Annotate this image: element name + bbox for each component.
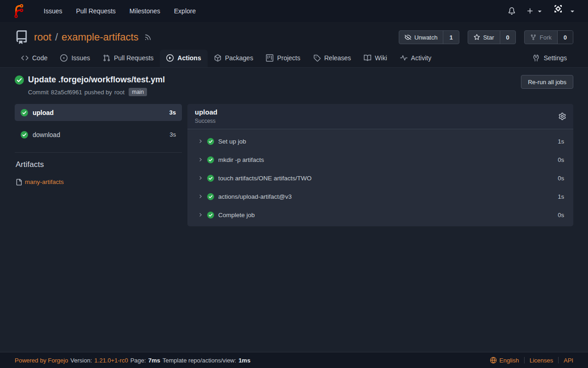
step-duration: 0s [558,212,564,218]
step-name: actions/upload-artifact@v3 [218,193,292,200]
package-icon [214,54,221,62]
star-button[interactable]: Star [468,31,500,44]
job-detail-panel: upload Success Set up job 1s mkdir - [187,104,573,226]
tab-label: Code [32,54,47,62]
repo-icon [15,30,28,44]
chevron-right-icon [198,157,203,162]
step-name: Set up job [218,138,246,145]
pusher-link[interactable]: root [114,89,124,96]
eye-closed-icon [405,34,411,40]
step-row[interactable]: actions/upload-artifact@v3 1s [187,187,573,206]
job-options-button[interactable] [559,113,566,120]
repo-name-link[interactable]: example-artifacts [62,31,139,43]
tab-wiki[interactable]: Wiki [357,50,393,67]
step-row[interactable]: Set up job 1s [187,132,573,150]
success-check-icon [21,109,28,116]
repo-owner-link[interactable]: root [34,31,51,43]
artifacts-heading: Artifacts [16,160,182,169]
job-name: download [33,131,60,138]
repo-actions: Unwatch 1 Star 0 Fork 0 [399,30,573,44]
unwatch-button[interactable]: Unwatch [399,31,443,44]
commit-sha-link[interactable]: 82a5cf6961 [51,89,82,96]
forgejo-logo[interactable] [12,4,37,18]
job-item-upload[interactable]: upload 3s [15,104,182,121]
footer: Powered by Forgejo Version: 1.21.0+1-rc0… [0,352,588,368]
path-separator: / [55,31,58,43]
job-detail-status: Success [195,118,217,124]
tab-settings[interactable]: Settings [526,50,573,67]
chevron-down-icon [569,7,576,15]
licenses-link[interactable]: Licenses [530,357,553,364]
pulse-icon [400,54,407,62]
tab-actions[interactable]: Actions [160,50,207,67]
repo-header: root / example-artifacts Unwatch 1 Star … [0,22,588,68]
artifact-download-link[interactable]: many-artifacts [25,178,64,185]
run-subtitle: Commit 82a5cf6961 pushed by root main [28,88,165,96]
tab-code[interactable]: Code [15,50,54,67]
avatar [554,5,566,17]
version-link[interactable]: 1.21.0+1-rc0 [94,357,128,364]
tab-packages[interactable]: Packages [208,50,260,67]
nav-issues[interactable]: Issues [37,7,69,15]
language-selector[interactable]: English [490,357,519,364]
nav-pull-requests[interactable]: Pull Requests [69,7,122,15]
step-row[interactable]: Complete job 0s [187,206,573,224]
job-detail-name: upload [195,108,217,116]
template-time: 1ms [238,357,250,364]
branch-badge[interactable]: main [129,88,147,96]
create-new-dropdown[interactable] [526,7,543,15]
watch-button-group: Unwatch 1 [399,30,459,44]
chevron-right-icon [198,212,203,218]
tab-label: Settings [543,54,567,62]
step-row[interactable]: touch artifacts/ONE artifacts/TWO 0s [187,169,573,187]
book-icon [364,54,371,62]
chevron-right-icon [198,138,203,144]
chevron-down-icon [536,7,543,15]
api-link[interactable]: API [564,357,573,364]
version-label: Version: [70,357,92,364]
tools-icon [532,54,540,62]
powered-by-link[interactable]: Powered by Forgejo [15,357,68,364]
job-item-download[interactable]: download 3s [15,126,182,143]
fork-button-group: Fork 0 [524,30,573,44]
tab-issues[interactable]: Issues [54,50,96,67]
success-check-icon [207,212,214,218]
globe-icon [490,357,497,363]
tab-label: Releases [324,54,351,62]
tab-label: Projects [277,54,300,62]
navbar: Issues Pull Requests Milestones Explore [0,0,588,22]
rss-feed-button[interactable] [139,34,152,41]
success-check-icon [207,156,214,163]
success-check-icon [207,138,214,145]
job-detail-header: upload Success [187,104,573,129]
star-icon [474,34,480,40]
page-label: Page: [130,357,146,364]
tab-pull-requests[interactable]: Pull Requests [96,50,160,67]
tab-releases[interactable]: Releases [307,50,357,67]
step-name: touch artifacts/ONE artifacts/TWO [218,175,311,182]
forks-count[interactable]: 0 [557,31,573,44]
tab-projects[interactable]: Projects [260,50,307,67]
forgejo-logo-icon [12,4,26,18]
repo-tabs: Code Issues Pull Requests Actions Packag… [15,50,573,67]
tab-label: Activity [411,54,431,62]
tab-activity[interactable]: Activity [394,50,438,67]
step-duration: 1s [558,138,564,145]
template-label: Template repo/actions/view: [163,357,236,364]
steps-list: Set up job 1s mkdir -p artifacts 0s touc… [187,129,573,226]
actions-run-view: Update .forgejo/workflows/test.yml Commi… [0,68,588,352]
watchers-count[interactable]: 1 [443,31,458,44]
notifications-button[interactable] [508,7,515,15]
nav-explore[interactable]: Explore [167,7,203,15]
user-menu-dropdown[interactable] [554,5,576,17]
run-title: Update .forgejo/workflows/test.yml [28,75,165,85]
stars-count[interactable]: 0 [500,31,515,44]
rss-icon [144,34,152,41]
step-row[interactable]: mkdir -p artifacts 0s [187,150,573,169]
rerun-all-jobs-button[interactable]: Re-run all jobs [521,75,573,89]
star-label: Star [483,34,494,41]
page-time: 7ms [148,357,160,364]
step-duration: 0s [558,175,564,182]
fork-button[interactable]: Fork [525,31,557,44]
nav-milestones[interactable]: Milestones [123,7,167,15]
